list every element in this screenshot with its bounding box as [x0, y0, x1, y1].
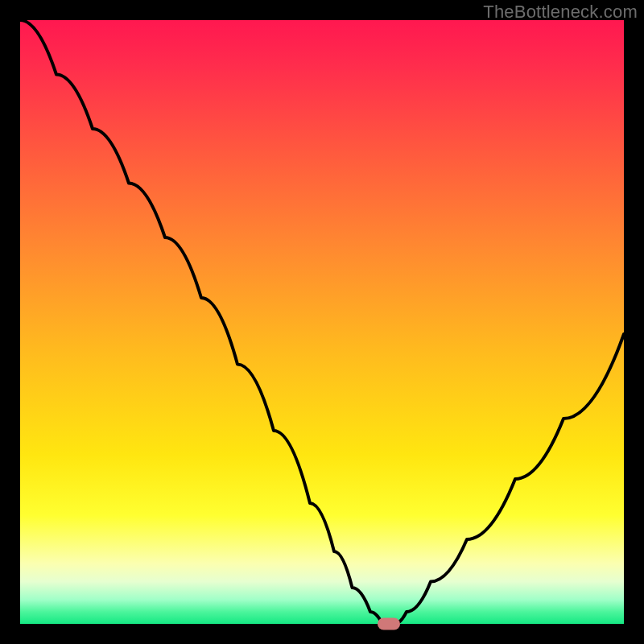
plot-area — [20, 20, 624, 624]
bottleneck-curve-path — [20, 20, 624, 624]
curve-svg — [20, 20, 624, 624]
chart-container: TheBottleneck.com — [0, 0, 644, 644]
watermark-text: TheBottleneck.com — [483, 2, 638, 23]
minimum-marker — [378, 618, 400, 630]
